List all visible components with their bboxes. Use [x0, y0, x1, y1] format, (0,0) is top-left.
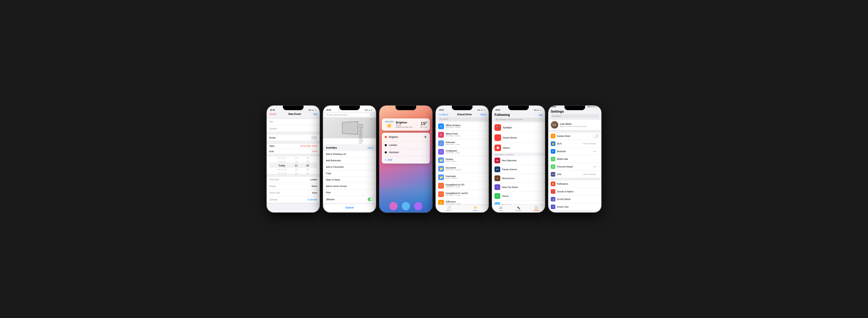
vpn-label: VPN — [557, 173, 582, 176]
cancel-button-1[interactable]: Cancel — [269, 113, 276, 115]
channel-neuroscience[interactable]: N Neuroscience — [492, 174, 545, 183]
web-content: • Requires overhead clearance • Height a… — [323, 118, 376, 145]
search-row-5[interactable]: 🔍 Channels, Topics and Stories — [494, 118, 543, 121]
channel-new-statesman[interactable]: NS New Statesman — [492, 156, 545, 165]
allday-toggle[interactable] — [311, 136, 317, 139]
setting-screen-time[interactable]: ⏱ Screen Time › — [548, 203, 601, 211]
tab-recents-label: Recents — [446, 210, 452, 211]
file-documents[interactable]: 📁 Documents 09/07/2019 · 30 items — [436, 165, 489, 173]
search-row-4[interactable]: 🔍 Search — [438, 117, 487, 121]
location-london[interactable]: London — [382, 141, 430, 149]
setting-personal-hotspot[interactable]: ⛓ Personal Hotspot On › — [548, 163, 601, 170]
repeat-row[interactable]: Repeat Never — [267, 183, 320, 190]
hotspot-icon: ⛓ — [551, 164, 555, 169]
tab-following[interactable]: 📋 Following — [527, 205, 545, 213]
tab-spotlight[interactable]: 🔦 Spotlight — [509, 205, 527, 213]
ends-row[interactable]: Ends 21:00 — [267, 149, 320, 154]
battery-icon-6: 4G 🔋 — [593, 106, 598, 108]
sounds-label: Sounds & Haptics — [557, 190, 596, 193]
wifi-label: Wi-Fi — [557, 142, 582, 145]
travel-row[interactable]: Travel Time None — [267, 190, 320, 196]
weather-temp-area: 19° 23° / 14° — [420, 121, 427, 128]
file-garageband-macos[interactable]: 🎸 GarageBand for macOS 09/07/2019 · 2 it… — [436, 190, 489, 198]
timezone-row[interactable]: Time Zone London — [267, 177, 320, 183]
neuroscience-icon: N — [494, 176, 500, 181]
channel-fitness[interactable]: F Fitness — [492, 192, 545, 201]
following-spotlight[interactable]: 🔦 Spotlight — [492, 123, 545, 133]
file-icon-configurator: C — [438, 149, 444, 155]
wifi-value: Not Connected — [583, 142, 596, 145]
setting-mobile-data[interactable]: 📡 Mobile Data › — [548, 155, 601, 163]
starts-row[interactable]: Starts 28 Jul 2019 20:00 — [267, 144, 320, 149]
calendar-row[interactable]: Calendar ● Calendar — [267, 196, 320, 203]
signal-icon-1: ●●● — [309, 109, 312, 111]
file-downloads[interactable]: 📁 Downloads 06:10 · 10 items — [436, 173, 489, 182]
activity-reading-list[interactable]: Add to Reading List — [323, 151, 376, 157]
bike-shed-diagram: • Requires overhead clearance • Height a… — [341, 122, 358, 134]
channel-news-top-stories[interactable]: T News Top Stories — [492, 183, 545, 192]
activity-home-screen[interactable]: Add to Home Screen — [323, 183, 376, 189]
setting-notifications[interactable]: 🔔 Notifications › — [548, 180, 601, 188]
file-garageband-ios[interactable]: 🎸 GarageBand for iOS 16/06/2019 · 3 item… — [436, 182, 489, 190]
add-button-1[interactable]: Add — [313, 113, 317, 115]
search-icon-6: 🔍 — [552, 115, 554, 117]
setting-wifi[interactable]: 📶 Wi-Fi Not Connected › — [548, 140, 601, 148]
activity-print[interactable]: Print — [323, 189, 376, 196]
back-button-4[interactable]: ‹ Locations — [438, 114, 448, 116]
setting-airplane-mode[interactable]: ✈ Airplane Mode — [548, 132, 601, 140]
browse-icon: 📁 — [474, 206, 477, 209]
search-icon-5: 🔍 — [496, 119, 498, 121]
hotspot-label: Personal Hotspot — [557, 166, 592, 168]
bluetooth-chevron: › — [598, 151, 599, 152]
location-brighton[interactable]: Brighton ✈ — [382, 133, 430, 141]
tab-recents[interactable]: 🕐 Recents — [436, 205, 462, 213]
activity-bookmark[interactable]: Add Bookmark — [323, 157, 376, 164]
channel-popular-science[interactable]: PS Popular Science — [492, 165, 545, 174]
form-section-1: Title Location — [267, 119, 320, 132]
hotspot-chevron: › — [598, 166, 599, 168]
file-automator[interactable]: 🤖 Automator 09/07/2019 · 1 item — [436, 139, 489, 148]
file-affinity-photo[interactable]: A Affinity Photo 09/07/2019 · 4 items — [436, 131, 489, 139]
edit-button-5[interactable]: Edit — [539, 114, 542, 116]
signal-icon-5: ●●● — [534, 109, 537, 111]
tab-browse[interactable]: 📁 Browse — [462, 205, 489, 213]
setting-do-not-disturb[interactable]: 🌙 Do Not Disturb › — [548, 195, 601, 203]
phone-settings: 18:51 ●●● ▲ 4G 🔋 Settings 🔍 Search LA Lu… — [548, 105, 602, 213]
spotlight-tab-icon: 🔦 — [517, 206, 520, 209]
location-horsham[interactable]: Horsham — [382, 149, 430, 156]
select-button-4[interactable]: Select — [480, 114, 486, 116]
phone-safari: 20:52 ●●● ▲ 🔋 🔍 bike shed dimensions ↻ — [322, 105, 376, 213]
channel-fitness-label: Fitness — [502, 195, 508, 197]
location-field[interactable]: Location — [267, 125, 320, 132]
tab-today[interactable]: 📰 Today — [492, 205, 509, 213]
1blocker-toggle[interactable] — [368, 198, 373, 201]
activity-copy[interactable]: Copy — [323, 170, 376, 177]
profile-section[interactable]: LA Luis Abreu Apple ID, iCloud, iTunes &… — [548, 119, 601, 130]
activity-favourites[interactable]: Add to Favourites — [323, 164, 376, 170]
cancel-button-2[interactable]: Cancel — [325, 204, 374, 211]
setting-bluetooth[interactable]: B Bluetooth On › — [548, 148, 601, 155]
title-field[interactable]: Title — [267, 119, 320, 125]
file-desktop[interactable]: 📁 Desktop 08:59 · 7 items — [436, 156, 489, 165]
spotlight-label: Spotlight — [503, 126, 512, 129]
add-location-button[interactable]: + Add — [382, 156, 430, 164]
activity-open-news[interactable]: Open in News — [323, 177, 376, 183]
date-scroll[interactable]: Thu 25 Jul1845 Fri 26 Jul1950 Today2100 … — [267, 156, 320, 174]
file-affinity-designer[interactable]: A Affinity Designer 09/07/2019 · 8 items — [436, 122, 489, 131]
phone-news: 18:53 ●●● ▲ 🔋 Following Edit 🔍 Channels,… — [492, 105, 546, 213]
airplane-mode-toggle[interactable] — [593, 134, 599, 138]
reload-icon[interactable]: ↻ — [371, 114, 372, 116]
setting-sounds-haptics[interactable]: 🔊 Sounds & Haptics › — [548, 188, 601, 195]
following-history[interactable]: 🕐 History — [492, 143, 545, 153]
wifi-icon-1: ▲ — [312, 109, 314, 111]
profile-subtitle: Apple ID, iCloud, iTunes & App Store — [560, 125, 596, 127]
following-saved-stories[interactable]: 🔖 Saved Stories — [492, 133, 545, 143]
search-row-6[interactable]: 🔍 Search — [550, 114, 599, 118]
search-bar-2[interactable]: 🔍 bike shed dimensions ↻ — [325, 113, 374, 117]
file-configurator[interactable]: C Configurator 09/07/2019 · 1 item — [436, 148, 489, 156]
done-button[interactable]: Done — [368, 147, 373, 149]
setting-vpn[interactable]: VPN VPN Not Connected › — [548, 170, 601, 178]
status-bar-3 — [379, 105, 432, 112]
current-location-dot — [385, 136, 387, 138]
activity-1blocker[interactable]: 1Blocker — [323, 196, 376, 203]
